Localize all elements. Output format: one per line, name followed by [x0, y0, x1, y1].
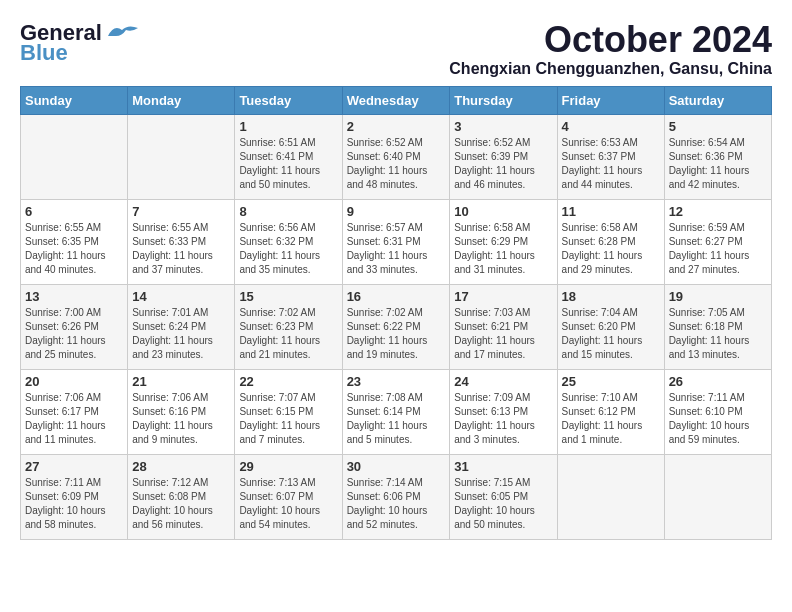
weekday-header-saturday: Saturday: [664, 86, 771, 114]
day-number: 7: [132, 204, 230, 219]
day-info: Sunrise: 6:51 AMSunset: 6:41 PMDaylight:…: [239, 136, 337, 192]
logo-blue: Blue: [20, 40, 68, 66]
day-info: Sunrise: 6:58 AMSunset: 6:29 PMDaylight:…: [454, 221, 552, 277]
day-number: 6: [25, 204, 123, 219]
calendar-cell: 14Sunrise: 7:01 AMSunset: 6:24 PMDayligh…: [128, 284, 235, 369]
day-number: 14: [132, 289, 230, 304]
day-info: Sunrise: 6:57 AMSunset: 6:31 PMDaylight:…: [347, 221, 446, 277]
day-info: Sunrise: 6:54 AMSunset: 6:36 PMDaylight:…: [669, 136, 767, 192]
day-number: 8: [239, 204, 337, 219]
day-number: 2: [347, 119, 446, 134]
weekday-header-friday: Friday: [557, 86, 664, 114]
day-number: 18: [562, 289, 660, 304]
day-number: 26: [669, 374, 767, 389]
day-info: Sunrise: 6:52 AMSunset: 6:39 PMDaylight:…: [454, 136, 552, 192]
calendar-cell: 10Sunrise: 6:58 AMSunset: 6:29 PMDayligh…: [450, 199, 557, 284]
calendar-cell: 1Sunrise: 6:51 AMSunset: 6:41 PMDaylight…: [235, 114, 342, 199]
calendar-cell: [557, 454, 664, 539]
day-info: Sunrise: 7:08 AMSunset: 6:14 PMDaylight:…: [347, 391, 446, 447]
calendar-cell: 22Sunrise: 7:07 AMSunset: 6:15 PMDayligh…: [235, 369, 342, 454]
day-info: Sunrise: 6:56 AMSunset: 6:32 PMDaylight:…: [239, 221, 337, 277]
day-info: Sunrise: 7:04 AMSunset: 6:20 PMDaylight:…: [562, 306, 660, 362]
day-number: 13: [25, 289, 123, 304]
day-number: 20: [25, 374, 123, 389]
calendar-cell: 29Sunrise: 7:13 AMSunset: 6:07 PMDayligh…: [235, 454, 342, 539]
calendar-cell: 9Sunrise: 6:57 AMSunset: 6:31 PMDaylight…: [342, 199, 450, 284]
day-info: Sunrise: 7:14 AMSunset: 6:06 PMDaylight:…: [347, 476, 446, 532]
day-info: Sunrise: 7:15 AMSunset: 6:05 PMDaylight:…: [454, 476, 552, 532]
day-info: Sunrise: 7:07 AMSunset: 6:15 PMDaylight:…: [239, 391, 337, 447]
calendar-cell: 18Sunrise: 7:04 AMSunset: 6:20 PMDayligh…: [557, 284, 664, 369]
day-number: 9: [347, 204, 446, 219]
calendar-cell: 13Sunrise: 7:00 AMSunset: 6:26 PMDayligh…: [21, 284, 128, 369]
month-title: October 2024: [449, 20, 772, 60]
day-number: 29: [239, 459, 337, 474]
day-info: Sunrise: 6:53 AMSunset: 6:37 PMDaylight:…: [562, 136, 660, 192]
day-number: 21: [132, 374, 230, 389]
calendar-table: SundayMondayTuesdayWednesdayThursdayFrid…: [20, 86, 772, 540]
day-info: Sunrise: 7:05 AMSunset: 6:18 PMDaylight:…: [669, 306, 767, 362]
weekday-header-sunday: Sunday: [21, 86, 128, 114]
day-number: 16: [347, 289, 446, 304]
day-number: 31: [454, 459, 552, 474]
calendar-cell: 24Sunrise: 7:09 AMSunset: 6:13 PMDayligh…: [450, 369, 557, 454]
calendar-cell: 11Sunrise: 6:58 AMSunset: 6:28 PMDayligh…: [557, 199, 664, 284]
calendar-cell: 5Sunrise: 6:54 AMSunset: 6:36 PMDaylight…: [664, 114, 771, 199]
calendar-cell: 4Sunrise: 6:53 AMSunset: 6:37 PMDaylight…: [557, 114, 664, 199]
day-number: 25: [562, 374, 660, 389]
calendar-cell: 28Sunrise: 7:12 AMSunset: 6:08 PMDayligh…: [128, 454, 235, 539]
calendar-cell: 20Sunrise: 7:06 AMSunset: 6:17 PMDayligh…: [21, 369, 128, 454]
calendar-cell: 16Sunrise: 7:02 AMSunset: 6:22 PMDayligh…: [342, 284, 450, 369]
day-number: 5: [669, 119, 767, 134]
calendar-cell: 15Sunrise: 7:02 AMSunset: 6:23 PMDayligh…: [235, 284, 342, 369]
calendar-cell: 26Sunrise: 7:11 AMSunset: 6:10 PMDayligh…: [664, 369, 771, 454]
day-info: Sunrise: 6:55 AMSunset: 6:35 PMDaylight:…: [25, 221, 123, 277]
calendar-cell: 17Sunrise: 7:03 AMSunset: 6:21 PMDayligh…: [450, 284, 557, 369]
day-number: 11: [562, 204, 660, 219]
day-info: Sunrise: 7:06 AMSunset: 6:17 PMDaylight:…: [25, 391, 123, 447]
location-title: Chengxian Chengguanzhen, Gansu, China: [449, 60, 772, 78]
calendar-cell: 21Sunrise: 7:06 AMSunset: 6:16 PMDayligh…: [128, 369, 235, 454]
calendar-cell: 7Sunrise: 6:55 AMSunset: 6:33 PMDaylight…: [128, 199, 235, 284]
weekday-header-tuesday: Tuesday: [235, 86, 342, 114]
calendar-cell: [664, 454, 771, 539]
logo-bird-icon: [104, 22, 140, 44]
day-number: 27: [25, 459, 123, 474]
day-number: 19: [669, 289, 767, 304]
day-info: Sunrise: 7:10 AMSunset: 6:12 PMDaylight:…: [562, 391, 660, 447]
day-info: Sunrise: 6:55 AMSunset: 6:33 PMDaylight:…: [132, 221, 230, 277]
calendar-cell: 30Sunrise: 7:14 AMSunset: 6:06 PMDayligh…: [342, 454, 450, 539]
day-number: 17: [454, 289, 552, 304]
calendar-cell: 19Sunrise: 7:05 AMSunset: 6:18 PMDayligh…: [664, 284, 771, 369]
day-info: Sunrise: 7:00 AMSunset: 6:26 PMDaylight:…: [25, 306, 123, 362]
logo: General Blue: [20, 20, 140, 66]
calendar-cell: 2Sunrise: 6:52 AMSunset: 6:40 PMDaylight…: [342, 114, 450, 199]
day-number: 4: [562, 119, 660, 134]
day-number: 12: [669, 204, 767, 219]
calendar-cell: 23Sunrise: 7:08 AMSunset: 6:14 PMDayligh…: [342, 369, 450, 454]
calendar-cell: 6Sunrise: 6:55 AMSunset: 6:35 PMDaylight…: [21, 199, 128, 284]
day-info: Sunrise: 7:09 AMSunset: 6:13 PMDaylight:…: [454, 391, 552, 447]
calendar-cell: [128, 114, 235, 199]
day-info: Sunrise: 7:03 AMSunset: 6:21 PMDaylight:…: [454, 306, 552, 362]
day-number: 28: [132, 459, 230, 474]
day-number: 1: [239, 119, 337, 134]
day-info: Sunrise: 6:59 AMSunset: 6:27 PMDaylight:…: [669, 221, 767, 277]
calendar-cell: 3Sunrise: 6:52 AMSunset: 6:39 PMDaylight…: [450, 114, 557, 199]
day-info: Sunrise: 7:13 AMSunset: 6:07 PMDaylight:…: [239, 476, 337, 532]
day-info: Sunrise: 7:11 AMSunset: 6:09 PMDaylight:…: [25, 476, 123, 532]
weekday-header-monday: Monday: [128, 86, 235, 114]
day-number: 22: [239, 374, 337, 389]
day-info: Sunrise: 7:11 AMSunset: 6:10 PMDaylight:…: [669, 391, 767, 447]
calendar-cell: 25Sunrise: 7:10 AMSunset: 6:12 PMDayligh…: [557, 369, 664, 454]
day-info: Sunrise: 7:06 AMSunset: 6:16 PMDaylight:…: [132, 391, 230, 447]
day-number: 24: [454, 374, 552, 389]
calendar-cell: 31Sunrise: 7:15 AMSunset: 6:05 PMDayligh…: [450, 454, 557, 539]
day-number: 30: [347, 459, 446, 474]
calendar-cell: [21, 114, 128, 199]
day-info: Sunrise: 7:01 AMSunset: 6:24 PMDaylight:…: [132, 306, 230, 362]
day-number: 10: [454, 204, 552, 219]
day-number: 23: [347, 374, 446, 389]
day-number: 15: [239, 289, 337, 304]
calendar-cell: 8Sunrise: 6:56 AMSunset: 6:32 PMDaylight…: [235, 199, 342, 284]
